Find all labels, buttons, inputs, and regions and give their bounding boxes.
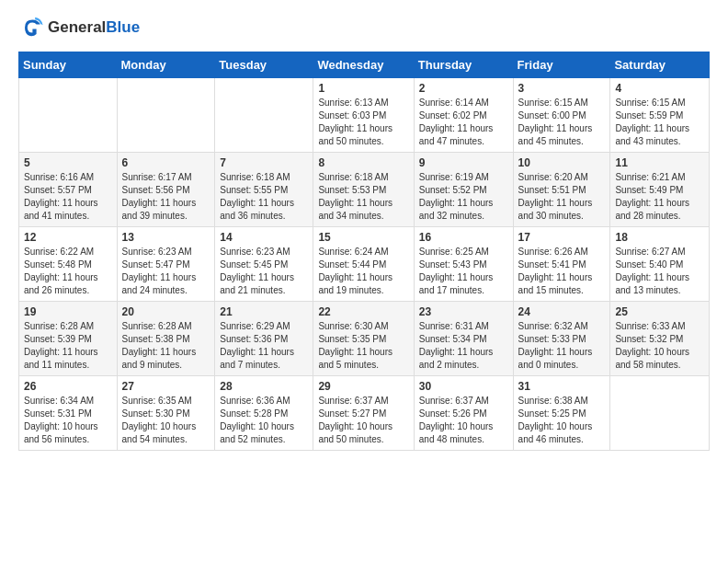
day-number: 14 (220, 231, 308, 244)
logo: GeneralBlue (18, 15, 140, 40)
day-number: 20 (122, 305, 210, 318)
calendar-cell (215, 78, 313, 153)
weekday-header-wednesday: Wednesday (313, 52, 414, 78)
calendar-cell: 26Sunrise: 6:34 AM Sunset: 5:31 PM Dayli… (19, 376, 118, 451)
weekday-header-monday: Monday (117, 52, 215, 78)
day-info: Sunrise: 6:16 AM Sunset: 5:57 PM Dayligh… (24, 171, 112, 223)
day-number: 8 (318, 156, 408, 169)
calendar-cell (610, 376, 710, 451)
day-info: Sunrise: 6:29 AM Sunset: 5:36 PM Dayligh… (220, 320, 308, 372)
day-number: 31 (518, 380, 606, 393)
calendar-cell: 28Sunrise: 6:36 AM Sunset: 5:28 PM Dayli… (215, 376, 313, 451)
day-info: Sunrise: 6:18 AM Sunset: 5:55 PM Dayligh… (220, 171, 308, 223)
calendar-cell: 14Sunrise: 6:23 AM Sunset: 5:45 PM Dayli… (215, 227, 313, 302)
weekday-header-sunday: Sunday (19, 52, 118, 78)
day-info: Sunrise: 6:37 AM Sunset: 5:26 PM Dayligh… (419, 395, 508, 446)
day-info: Sunrise: 6:28 AM Sunset: 5:38 PM Dayligh… (122, 320, 210, 372)
day-number: 27 (122, 380, 210, 393)
page: GeneralBlue SundayMondayTuesdayWednesday… (0, 0, 728, 563)
calendar-cell: 16Sunrise: 6:25 AM Sunset: 5:43 PM Dayli… (414, 227, 513, 302)
calendar-cell: 12Sunrise: 6:22 AM Sunset: 5:48 PM Dayli… (19, 227, 118, 302)
weekday-header-tuesday: Tuesday (215, 52, 313, 78)
day-number: 16 (419, 231, 508, 244)
day-number: 30 (419, 380, 508, 393)
day-info: Sunrise: 6:26 AM Sunset: 5:41 PM Dayligh… (518, 246, 606, 297)
day-info: Sunrise: 6:35 AM Sunset: 5:30 PM Dayligh… (122, 395, 210, 446)
day-info: Sunrise: 6:23 AM Sunset: 5:47 PM Dayligh… (122, 246, 210, 297)
week-row-2: 5Sunrise: 6:16 AM Sunset: 5:57 PM Daylig… (19, 153, 710, 227)
calendar-cell: 30Sunrise: 6:37 AM Sunset: 5:26 PM Dayli… (414, 376, 513, 451)
calendar-cell: 11Sunrise: 6:21 AM Sunset: 5:49 PM Dayli… (610, 153, 710, 227)
day-number: 28 (220, 380, 308, 393)
day-number: 11 (615, 156, 704, 169)
logo-icon (18, 15, 44, 40)
day-info: Sunrise: 6:15 AM Sunset: 5:59 PM Dayligh… (615, 97, 704, 148)
day-number: 12 (24, 231, 112, 244)
day-number: 25 (615, 305, 704, 318)
logo-text: GeneralBlue (48, 18, 140, 37)
calendar-cell: 23Sunrise: 6:31 AM Sunset: 5:34 PM Dayli… (414, 302, 513, 376)
calendar-cell: 10Sunrise: 6:20 AM Sunset: 5:51 PM Dayli… (513, 153, 610, 227)
day-number: 6 (122, 156, 210, 169)
day-number: 23 (419, 305, 508, 318)
calendar-cell: 1Sunrise: 6:13 AM Sunset: 6:03 PM Daylig… (313, 78, 414, 153)
day-info: Sunrise: 6:15 AM Sunset: 6:00 PM Dayligh… (518, 97, 606, 148)
day-info: Sunrise: 6:37 AM Sunset: 5:27 PM Dayligh… (318, 395, 408, 446)
day-number: 26 (24, 380, 112, 393)
day-info: Sunrise: 6:14 AM Sunset: 6:02 PM Dayligh… (419, 97, 508, 148)
day-info: Sunrise: 6:21 AM Sunset: 5:49 PM Dayligh… (615, 171, 704, 223)
calendar-cell: 5Sunrise: 6:16 AM Sunset: 5:57 PM Daylig… (19, 153, 118, 227)
day-number: 3 (518, 82, 606, 95)
calendar-cell (19, 78, 118, 153)
day-number: 21 (220, 305, 308, 318)
day-number: 10 (518, 156, 606, 169)
calendar-cell: 7Sunrise: 6:18 AM Sunset: 5:55 PM Daylig… (215, 153, 313, 227)
day-info: Sunrise: 6:18 AM Sunset: 5:53 PM Dayligh… (318, 171, 408, 223)
header: GeneralBlue (18, 15, 710, 40)
day-info: Sunrise: 6:38 AM Sunset: 5:25 PM Dayligh… (518, 395, 606, 446)
day-number: 5 (24, 156, 112, 169)
calendar-cell: 18Sunrise: 6:27 AM Sunset: 5:40 PM Dayli… (610, 227, 710, 302)
weekday-header-thursday: Thursday (414, 52, 513, 78)
calendar-cell: 20Sunrise: 6:28 AM Sunset: 5:38 PM Dayli… (117, 302, 215, 376)
day-info: Sunrise: 6:34 AM Sunset: 5:31 PM Dayligh… (24, 395, 112, 446)
week-row-3: 12Sunrise: 6:22 AM Sunset: 5:48 PM Dayli… (19, 227, 710, 302)
weekday-header-friday: Friday (513, 52, 610, 78)
day-number: 4 (615, 82, 704, 95)
calendar-cell: 13Sunrise: 6:23 AM Sunset: 5:47 PM Dayli… (117, 227, 215, 302)
calendar-cell: 29Sunrise: 6:37 AM Sunset: 5:27 PM Dayli… (313, 376, 414, 451)
day-number: 29 (318, 380, 408, 393)
day-number: 19 (24, 305, 112, 318)
week-row-4: 19Sunrise: 6:28 AM Sunset: 5:39 PM Dayli… (19, 302, 710, 376)
calendar-cell (117, 78, 215, 153)
calendar-cell: 21Sunrise: 6:29 AM Sunset: 5:36 PM Dayli… (215, 302, 313, 376)
day-number: 2 (419, 82, 508, 95)
weekday-header-row: SundayMondayTuesdayWednesdayThursdayFrid… (19, 52, 710, 78)
day-number: 15 (318, 231, 408, 244)
day-number: 17 (518, 231, 606, 244)
calendar-cell: 17Sunrise: 6:26 AM Sunset: 5:41 PM Dayli… (513, 227, 610, 302)
calendar-cell: 4Sunrise: 6:15 AM Sunset: 5:59 PM Daylig… (610, 78, 710, 153)
day-info: Sunrise: 6:33 AM Sunset: 5:32 PM Dayligh… (615, 320, 704, 372)
calendar-cell: 9Sunrise: 6:19 AM Sunset: 5:52 PM Daylig… (414, 153, 513, 227)
day-number: 9 (419, 156, 508, 169)
calendar-cell: 2Sunrise: 6:14 AM Sunset: 6:02 PM Daylig… (414, 78, 513, 153)
day-info: Sunrise: 6:25 AM Sunset: 5:43 PM Dayligh… (419, 246, 508, 297)
day-info: Sunrise: 6:36 AM Sunset: 5:28 PM Dayligh… (220, 395, 308, 446)
calendar-cell: 19Sunrise: 6:28 AM Sunset: 5:39 PM Dayli… (19, 302, 118, 376)
day-number: 1 (318, 82, 408, 95)
day-info: Sunrise: 6:20 AM Sunset: 5:51 PM Dayligh… (518, 171, 606, 223)
day-info: Sunrise: 6:13 AM Sunset: 6:03 PM Dayligh… (318, 97, 408, 148)
calendar: SundayMondayTuesdayWednesdayThursdayFrid… (18, 52, 710, 451)
week-row-1: 1Sunrise: 6:13 AM Sunset: 6:03 PM Daylig… (19, 78, 710, 153)
day-number: 18 (615, 231, 704, 244)
day-info: Sunrise: 6:23 AM Sunset: 5:45 PM Dayligh… (220, 246, 308, 297)
calendar-cell: 15Sunrise: 6:24 AM Sunset: 5:44 PM Dayli… (313, 227, 414, 302)
calendar-cell: 27Sunrise: 6:35 AM Sunset: 5:30 PM Dayli… (117, 376, 215, 451)
calendar-cell: 22Sunrise: 6:30 AM Sunset: 5:35 PM Dayli… (313, 302, 414, 376)
calendar-cell: 25Sunrise: 6:33 AM Sunset: 5:32 PM Dayli… (610, 302, 710, 376)
calendar-cell: 3Sunrise: 6:15 AM Sunset: 6:00 PM Daylig… (513, 78, 610, 153)
day-number: 24 (518, 305, 606, 318)
day-number: 7 (220, 156, 308, 169)
day-info: Sunrise: 6:31 AM Sunset: 5:34 PM Dayligh… (419, 320, 508, 372)
